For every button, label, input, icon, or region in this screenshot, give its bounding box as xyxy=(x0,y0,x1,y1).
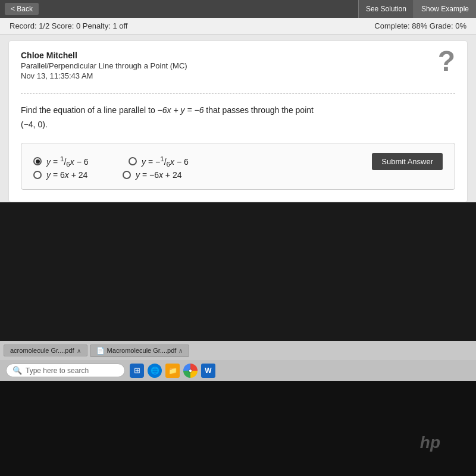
radio-a[interactable] xyxy=(33,157,42,165)
edge-icon[interactable]: 🌐 xyxy=(148,364,162,378)
completion-info: Complete: 88% Grade: 0% xyxy=(374,21,466,30)
dark-bottom-area: hp xyxy=(0,381,476,476)
taskbar-item-2-label: Macromolecule Gr....pdf xyxy=(107,347,177,354)
file-explorer-icon[interactable]: 📁 xyxy=(165,364,180,378)
radio-c[interactable] xyxy=(33,171,42,179)
windows-icon[interactable]: ⊞ xyxy=(130,364,144,378)
top-right-buttons: See Solution Show Example xyxy=(358,0,476,18)
system-tray: 🔍 Type here to search ⊞ 🌐 📁 ● W xyxy=(0,360,476,381)
option-b-label: y = −1/6x − 6 xyxy=(142,155,189,168)
question-card: ? Chloe Mitchell Parallel/Perpendicular … xyxy=(8,40,468,202)
radio-b[interactable] xyxy=(129,157,137,165)
search-icon: 🔍 xyxy=(12,366,22,375)
taskbar-item-1[interactable]: acromolecule Gr....pdf ∧ xyxy=(4,345,87,356)
radio-d[interactable] xyxy=(123,171,131,179)
question-point: (−4, 0). xyxy=(21,120,48,129)
option-c[interactable]: y = 6x + 24 xyxy=(33,170,105,180)
search-placeholder: Type here to search xyxy=(26,367,89,375)
question-text-part2: that passes through the point xyxy=(206,105,314,115)
divider xyxy=(21,93,455,94)
question-equation: −6x + y = −6 xyxy=(158,105,206,115)
question-text: Find the equation of a line parallel to … xyxy=(21,104,455,132)
see-solution-button[interactable]: See Solution xyxy=(358,0,414,18)
student-name: Chloe Mitchell xyxy=(21,51,455,60)
show-example-button[interactable]: Show Example xyxy=(414,0,476,18)
option-d[interactable]: y = −6x + 24 xyxy=(123,170,194,180)
options-row-1: y = 1/6x − 6 y = −1/6x − 6 Submit Answer xyxy=(33,153,443,170)
search-bar[interactable]: 🔍 Type here to search xyxy=(6,364,125,377)
question-text-part1: Find the equation of a line parallel to xyxy=(21,105,158,115)
option-a[interactable]: y = 1/6x − 6 xyxy=(33,155,105,168)
options-row-2: y = 6x + 24 y = −6x + 24 xyxy=(33,170,443,180)
option-c-label: y = 6x + 24 xyxy=(46,170,87,180)
taskbar: acromolecule Gr....pdf ∧ 📄 Macromolecule… xyxy=(0,341,476,360)
pdf-icon: 📄 xyxy=(96,347,105,355)
top-bar: < Back See Solution Show Example xyxy=(0,0,476,18)
taskbar-caret-2: ∧ xyxy=(178,347,183,354)
taskbar-caret-1: ∧ xyxy=(77,347,81,354)
back-button[interactable]: < Back xyxy=(5,3,39,15)
taskbar-item-1-label: acromolecule Gr....pdf xyxy=(10,347,74,354)
word-icon[interactable]: W xyxy=(201,364,215,378)
record-info: Record: 1/2 Score: 0 Penalty: 1 off xyxy=(10,21,128,30)
main-content: Record: 1/2 Score: 0 Penalty: 1 off Comp… xyxy=(0,18,476,202)
option-a-label: y = 1/6x − 6 xyxy=(46,155,89,168)
assignment-title: Parallel/Perpendicular Line through a Po… xyxy=(21,61,455,70)
record-bar: Record: 1/2 Score: 0 Penalty: 1 off Comp… xyxy=(0,18,476,35)
help-icon: ? xyxy=(438,51,455,77)
first-row-options: y = 1/6x − 6 y = −1/6x − 6 xyxy=(33,155,200,168)
option-d-label: y = −6x + 24 xyxy=(136,170,181,180)
answer-box: y = 1/6x − 6 y = −1/6x − 6 Submit Answer xyxy=(21,143,455,190)
chrome-icon[interactable]: ● xyxy=(183,364,198,378)
option-b[interactable]: y = −1/6x − 6 xyxy=(129,155,200,168)
hp-logo: hp xyxy=(420,433,440,452)
taskbar-item-2[interactable]: 📄 Macromolecule Gr....pdf ∧ xyxy=(90,345,190,357)
timestamp: Nov 13, 11:35:43 AM xyxy=(21,71,455,80)
submit-answer-button[interactable]: Submit Answer xyxy=(372,153,443,170)
taskbar-icons: ⊞ 🌐 📁 ● W xyxy=(130,364,215,378)
